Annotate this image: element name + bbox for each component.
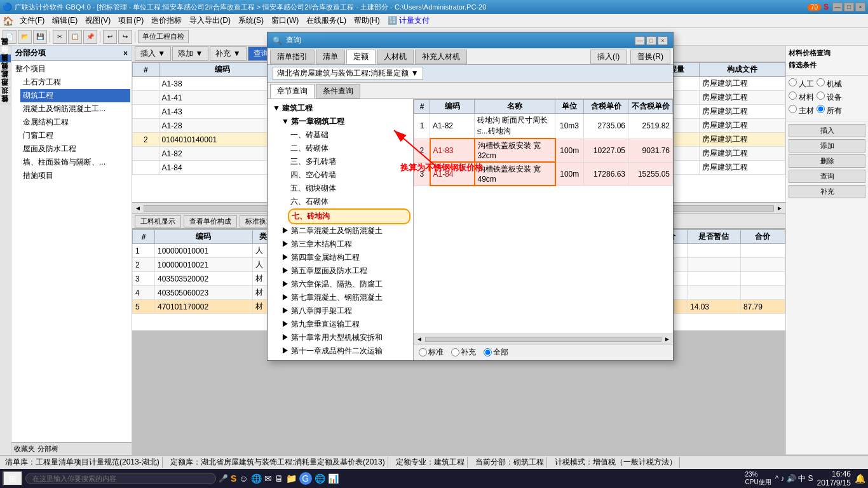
tree-item-door[interactable]: 门窗工程: [20, 129, 130, 142]
close-btn[interactable]: ×: [855, 3, 865, 11]
menu-help[interactable]: 帮助(H): [350, 14, 384, 27]
radio-standard-input[interactable]: [419, 348, 427, 356]
mtree-building[interactable]: ▼ 建筑工程: [270, 102, 410, 115]
modal-table-row[interactable]: 1 A1-82 砖地沟 断面尺寸周长≤...砖地沟 10m3 2735.06 2…: [414, 114, 673, 139]
radio-standard[interactable]: 标准: [419, 347, 444, 358]
tb-new[interactable]: 📄: [3, 30, 17, 44]
radio-all-modal[interactable]: 全部: [484, 347, 508, 358]
menu-file[interactable]: 文件(F): [16, 14, 48, 27]
vtab-measures[interactable]: 措施项目: [0, 62, 11, 71]
modal-close[interactable]: ×: [658, 36, 668, 45]
menu-project[interactable]: 项目(P): [114, 14, 147, 27]
mtree-ch1-2[interactable]: 二、砖砌体: [288, 142, 410, 155]
vtab-cost[interactable]: 费用汇总: [0, 87, 11, 95]
tb-unit-check[interactable]: 单位工程自检: [138, 30, 189, 43]
supplement-right-btn[interactable]: 补充: [789, 185, 865, 198]
modal-query-chapter[interactable]: 章节查询: [270, 84, 315, 98]
modal-maximize[interactable]: □: [646, 36, 656, 45]
query-right-btn[interactable]: 查询: [789, 170, 865, 183]
modal-query-condition[interactable]: 条件查询: [316, 84, 360, 98]
mtree-ch10[interactable]: ▶ 第十章常用大型机械安拆和: [279, 331, 410, 344]
taskbar-icon-7[interactable]: 🌐: [315, 473, 325, 484]
tree-item-masonry[interactable]: 砌筑工程: [20, 89, 130, 102]
taskbar-icon-s[interactable]: S: [231, 473, 236, 484]
tb-copy[interactable]: 📋: [68, 30, 82, 44]
vtab-other[interactable]: 其他项目: [0, 71, 11, 79]
modal-insert-btn[interactable]: 插入(I): [590, 50, 627, 64]
taskbar-icon-g[interactable]: G: [299, 472, 312, 485]
radio-material-input[interactable]: [789, 92, 797, 100]
mtree-ch1-7[interactable]: 七、砖地沟: [288, 208, 410, 224]
radio-main-input[interactable]: [789, 105, 797, 113]
radio-supplement-input[interactable]: [451, 348, 459, 356]
tree-scroll-right[interactable]: ►: [664, 336, 670, 342]
taskbar-search[interactable]: [25, 473, 216, 484]
menu-window[interactable]: 窗口(W): [268, 14, 302, 27]
mtree-ch1-5[interactable]: 五、砌块砌体: [288, 182, 410, 195]
menu-system[interactable]: 系统(S): [234, 14, 268, 27]
maximize-btn[interactable]: □: [844, 3, 854, 11]
tree-scroll-left[interactable]: ◄: [416, 336, 423, 342]
tree-item-concrete[interactable]: 混凝土及钢筋混凝土工...: [20, 102, 130, 116]
tb-redo[interactable]: ↪: [118, 30, 132, 44]
menu-view[interactable]: 视图(V): [81, 14, 114, 27]
radio-machine-input[interactable]: [817, 78, 825, 86]
vtab-items[interactable]: 分部分项: [0, 54, 11, 62]
mtree-ch1[interactable]: ▼ 第一章砌筑工程: [279, 115, 410, 128]
action-center[interactable]: 🔔: [855, 473, 865, 484]
taskbar-icon-5[interactable]: 🖥: [275, 473, 283, 484]
vtab-compliance[interactable]: 符合性检查: [0, 104, 11, 112]
vtab-labor[interactable]: 人材机汇总: [0, 79, 11, 87]
radio-all[interactable]: 所有: [817, 106, 842, 115]
modal-tab-supplement[interactable]: 补充人材机: [415, 50, 467, 64]
taskbar-icon-6[interactable]: 📁: [286, 473, 297, 484]
modal-tab-quota[interactable]: 定额: [346, 50, 376, 64]
start-button[interactable]: ⊞: [3, 471, 23, 486]
tree-item-earthwork[interactable]: 土石方工程: [20, 76, 130, 89]
vtab-overview[interactable]: 工程概况: [0, 46, 11, 54]
mtree-ch9[interactable]: ▶ 第九章垂直运输工程: [279, 318, 410, 331]
sidebar-close[interactable]: ×: [123, 49, 128, 58]
modal-tab-list[interactable]: 清单: [316, 50, 345, 64]
taskbar-icon-3[interactable]: 🌐: [251, 473, 262, 484]
mtree-ch1-1[interactable]: 一、砖基础: [288, 128, 410, 142]
tb-paste[interactable]: 📌: [83, 30, 97, 44]
radio-all-modal-input[interactable]: [484, 348, 492, 356]
tree-item-metal[interactable]: 金属结构工程: [20, 116, 130, 129]
menu-online[interactable]: 在线服务(L): [302, 14, 350, 27]
modal-minimize[interactable]: —: [635, 36, 645, 45]
tab-supplement[interactable]: 补充 ▼: [210, 46, 246, 61]
taskbar-icon-4[interactable]: ✉: [264, 473, 272, 484]
tb-open[interactable]: 📂: [18, 30, 32, 44]
labor-display-btn[interactable]: 工料机显示: [135, 215, 181, 227]
tree-item-all[interactable]: 整个项目: [13, 62, 130, 76]
tree-item-measure[interactable]: 措施项目: [20, 169, 130, 182]
radio-labor-input[interactable]: [789, 78, 797, 86]
mtree-ch6[interactable]: ▶ 第六章保温、隔热、防腐工: [279, 278, 410, 291]
tab-insert[interactable]: 插入 ▼: [135, 46, 171, 61]
menu-pricing[interactable]: 造价指标: [147, 14, 186, 27]
tree-item-wall[interactable]: 墙、柱面装饰与隔断、...: [20, 156, 130, 169]
mtree-ch7[interactable]: ▶ 第七章混凝土、钢筋混凝土: [279, 291, 410, 304]
radio-supplement[interactable]: 补充: [451, 347, 476, 358]
unit-comp-btn[interactable]: 查看单价构成: [184, 215, 237, 227]
delete-right-btn[interactable]: 删除: [789, 154, 865, 168]
mtree-ch1-4[interactable]: 四、空心砖墙: [288, 168, 410, 182]
tb-save[interactable]: 💾: [33, 30, 47, 44]
radio-main[interactable]: 主材: [789, 106, 814, 115]
add-right-btn[interactable]: 添加: [789, 139, 865, 152]
minimize-btn[interactable]: —: [832, 3, 843, 11]
modal-table-row[interactable]: 2 A1-83 沟槽铁盖板安装 宽32cm 100m 10227.05 9031…: [414, 139, 673, 162]
modal-replace-btn[interactable]: 普换(R): [630, 50, 670, 64]
taskbar-icon-8[interactable]: 📊: [328, 473, 339, 484]
mtree-ch8[interactable]: ▶ 第八章脚手架工程: [279, 304, 410, 318]
radio-material[interactable]: 材料: [789, 93, 814, 102]
radio-equipment[interactable]: 设备: [817, 93, 842, 102]
tree-item-roof[interactable]: 屋面及防水工程: [20, 142, 130, 156]
radio-machine[interactable]: 机械: [817, 79, 842, 88]
menu-import[interactable]: 导入导出(D): [186, 14, 234, 27]
insert-right-btn[interactable]: 插入: [789, 124, 865, 137]
mtree-ch11[interactable]: ▶ 第十一章成品构件二次运输: [279, 344, 410, 358]
part-tree-tab[interactable]: 分部树: [37, 444, 58, 454]
tb-cut[interactable]: ✂: [53, 30, 67, 44]
